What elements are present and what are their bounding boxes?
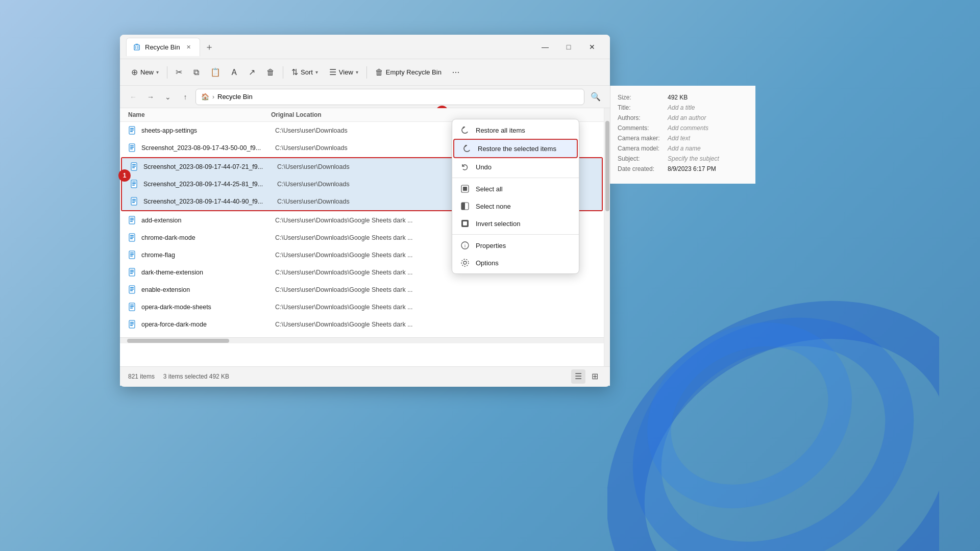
- paste-btn[interactable]: 📋: [205, 63, 226, 82]
- grid-view-btn[interactable]: ⊞: [587, 369, 602, 384]
- title-value[interactable]: Add a title: [668, 104, 748, 111]
- svg-point-0: [607, 259, 939, 551]
- menu-item-restore-selected[interactable]: Restore the selected items: [453, 139, 578, 158]
- svg-rect-3: [134, 45, 139, 50]
- select-all-icon: [460, 184, 470, 193]
- menu-sep-2: [452, 234, 579, 235]
- share-btn[interactable]: ↗: [243, 63, 260, 82]
- select-none-icon: [460, 202, 470, 211]
- recent-btn[interactable]: ⌄: [161, 90, 175, 104]
- file-name: enable-extension: [141, 286, 275, 293]
- size-value: 492 KB: [668, 94, 748, 101]
- camera-maker-value[interactable]: Add text: [668, 135, 748, 142]
- date-label: Date created:: [618, 165, 664, 172]
- view-btn[interactable]: ☰ View ▾: [324, 63, 363, 82]
- list-item[interactable]: enable-extension C:\Users\user\Downloads…: [120, 281, 604, 298]
- detail-title: Title: Add a title: [618, 104, 748, 111]
- list-item[interactable]: opera-force-dark-mode C:\Users\user\Down…: [120, 316, 604, 333]
- menu-item-undo[interactable]: Undo: [452, 158, 579, 176]
- back-btn[interactable]: ←: [126, 90, 140, 104]
- new-btn[interactable]: ⊕ New ▾: [126, 63, 164, 82]
- detail-subject: Subject: Specify the subject: [618, 155, 748, 162]
- close-btn[interactable]: ✕: [580, 39, 604, 55]
- empty-bin-icon: 🗑: [375, 68, 383, 77]
- svg-rect-59: [463, 221, 467, 226]
- menu-label-properties: Properties: [476, 242, 506, 249]
- camera-model-value[interactable]: Add a name: [668, 145, 748, 152]
- authors-value[interactable]: Add an author: [668, 114, 748, 121]
- list-item[interactable]: opera-dark-mode-sheets C:\Users\user\Dow…: [120, 298, 604, 316]
- scrollbar-thumb-horizontal[interactable]: [127, 339, 229, 343]
- svg-rect-28: [130, 219, 134, 220]
- copy-btn[interactable]: ⧉: [188, 63, 204, 82]
- vertical-scrollbar[interactable]: [604, 108, 610, 366]
- menu-item-select-all[interactable]: Select all: [452, 180, 579, 197]
- tab-add-btn[interactable]: ＋: [202, 40, 216, 54]
- svg-rect-27: [130, 218, 134, 219]
- detail-comments: Comments: Add comments: [618, 124, 748, 132]
- tab-close-btn[interactable]: ✕: [184, 42, 193, 52]
- svg-rect-55: [463, 187, 467, 191]
- svg-point-62: [463, 261, 467, 264]
- maximize-btn[interactable]: □: [557, 39, 580, 55]
- list-view-btn[interactable]: ☰: [571, 369, 585, 384]
- file-name: dark-theme-extension: [141, 269, 275, 276]
- file-name: chrome-flag: [141, 252, 275, 259]
- sort-icon: ⇅: [291, 67, 298, 77]
- file-location: C:\Users\user\Downloads\Google Sheets da…: [275, 286, 596, 293]
- items-count: 821 items: [128, 373, 155, 380]
- rename-btn[interactable]: Ꭺ: [227, 63, 242, 82]
- subject-value[interactable]: Specify the subject: [668, 155, 748, 162]
- file-name: Screenshot_2023-08-09-17-44-07-21_f9...: [143, 163, 277, 170]
- up-btn[interactable]: ↑: [178, 90, 192, 104]
- menu-item-restore-all[interactable]: Restore all items: [452, 121, 579, 139]
- cut-icon: ✂: [176, 67, 182, 77]
- badge-1: 1: [118, 169, 131, 182]
- view-controls: ☰ ⊞: [571, 369, 602, 384]
- delete-btn[interactable]: 🗑: [261, 63, 280, 82]
- tab-recycle-bin[interactable]: Recycle Bin ✕: [126, 38, 200, 56]
- svg-rect-15: [132, 164, 136, 165]
- recycle-bin-tab-icon: [133, 43, 141, 51]
- svg-rect-8: [130, 130, 134, 131]
- search-btn[interactable]: 🔍: [587, 89, 604, 105]
- svg-rect-16: [132, 166, 136, 167]
- more-options-btn[interactable]: ···: [448, 64, 464, 81]
- svg-rect-43: [130, 287, 134, 288]
- svg-rect-41: [130, 273, 133, 274]
- svg-rect-35: [130, 253, 134, 254]
- detail-camera-maker: Camera maker: Add text: [618, 135, 748, 142]
- empty-recycle-bin-btn[interactable]: 🗑 Empty Recycle Bin: [370, 63, 447, 82]
- detail-date: Date created: 8/9/2023 6:17 PM: [618, 165, 748, 172]
- authors-label: Authors:: [618, 114, 664, 121]
- sort-btn[interactable]: ⇅ Sort ▾: [286, 63, 323, 82]
- date-value: 8/9/2023 6:17 PM: [668, 165, 748, 172]
- minimize-btn[interactable]: —: [533, 39, 557, 55]
- menu-item-properties[interactable]: i Properties: [452, 237, 579, 254]
- forward-btn[interactable]: →: [143, 90, 158, 104]
- svg-rect-29: [130, 221, 133, 222]
- svg-rect-51: [130, 322, 134, 323]
- size-label: Size:: [618, 94, 664, 101]
- menu-item-select-none[interactable]: Select none: [452, 197, 579, 215]
- svg-rect-24: [132, 201, 136, 202]
- address-box[interactable]: 🏠 › Recycle Bin: [195, 89, 584, 105]
- file-location: C:\Users\user\Downloads\Google Sheets da…: [275, 304, 596, 311]
- sort-chevron: ▾: [315, 69, 318, 75]
- scrollbar-thumb-vertical[interactable]: [605, 121, 609, 211]
- explorer-window: Recycle Bin ✕ ＋ — □ ✕ ⊕ New ▾ ✂ ⧉ 📋 Ꭺ: [120, 35, 610, 387]
- view-icon: ☰: [329, 67, 336, 77]
- window-controls: — □ ✕: [533, 39, 604, 55]
- menu-item-invert-selection[interactable]: Invert selection: [452, 215, 579, 232]
- file-icon: [128, 216, 137, 225]
- menu-label-invert-selection: Invert selection: [476, 220, 520, 228]
- file-name: sheets-app-settings: [141, 127, 275, 134]
- svg-point-63: [461, 259, 469, 266]
- file-location: C:\Users\user\Downloads\Google Sheets da…: [275, 321, 596, 328]
- file-icon: [128, 268, 137, 277]
- menu-item-options[interactable]: Options: [452, 254, 579, 271]
- comments-value[interactable]: Add comments: [668, 124, 748, 132]
- file-icon: [128, 285, 137, 294]
- horizontal-scrollbar[interactable]: [120, 337, 604, 343]
- cut-btn[interactable]: ✂: [170, 63, 187, 82]
